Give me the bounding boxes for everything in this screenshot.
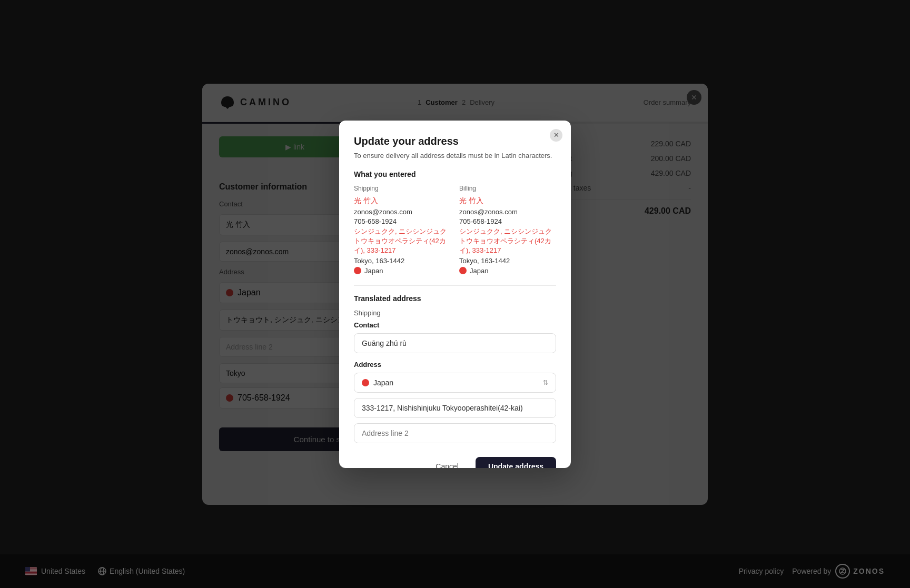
address-columns: Shipping 光 竹入 zonos@zonos.com 705-658-19… <box>354 185 556 275</box>
shipping-col-header: Shipping <box>354 185 451 192</box>
update-address-modal: ✕ Update your address To ensure delivery… <box>339 121 571 468</box>
country-select-flag <box>362 379 369 386</box>
country-select-value: Japan <box>373 378 393 387</box>
modal-overlay: ✕ Update your address To ensure delivery… <box>0 0 910 588</box>
shipping-column: Shipping 光 竹入 zonos@zonos.com 705-658-19… <box>354 185 451 275</box>
chevron-updown-icon: ⇅ <box>543 379 548 386</box>
shipping-country: Japan <box>364 267 383 275</box>
billing-city-state: Tokyo, 163-1442 <box>459 257 556 265</box>
shipping-city-state: Tokyo, 163-1442 <box>354 257 451 265</box>
billing-name: 光 竹入 <box>459 196 556 206</box>
address-line1-input[interactable] <box>354 398 556 418</box>
translated-address-heading: Translated address <box>354 294 556 303</box>
billing-address: シンジュクク, ニシシンジュクトウキョウオペラシティ(42カイ), 333-12… <box>459 227 556 255</box>
country-select-dropdown[interactable]: Japan ⇅ <box>354 373 556 393</box>
shipping-country-flag <box>354 267 361 274</box>
address-section-label: Address <box>354 361 556 368</box>
contact-section-label: Contact <box>354 321 556 329</box>
billing-col-header: Billing <box>459 185 556 192</box>
shipping-country-row: Japan <box>354 267 451 275</box>
modal-subtitle: To ensure delivery all address details m… <box>354 152 556 160</box>
country-select-wrapper: Japan ⇅ <box>354 373 556 393</box>
shipping-phone: 705-658-1924 <box>354 217 451 225</box>
billing-email: zonos@zonos.com <box>459 208 556 216</box>
what-you-entered-label: What you entered <box>354 170 556 178</box>
shipping-email: zonos@zonos.com <box>354 208 451 216</box>
section-divider <box>354 285 556 286</box>
billing-phone: 705-658-1924 <box>459 217 556 225</box>
modal-close-button[interactable]: ✕ <box>550 129 562 142</box>
modal-footer: Cancel Update address <box>354 457 556 468</box>
shipping-address: シンジュクク, ニシシンジュクトウキョウオペラシティ(42カイ), 333-12… <box>354 227 451 255</box>
billing-country-flag <box>459 267 467 274</box>
modal-title: Update your address <box>354 135 556 147</box>
update-address-button[interactable]: Update address <box>476 457 556 468</box>
address-line2-input[interactable] <box>354 423 556 443</box>
cancel-button[interactable]: Cancel <box>425 457 469 468</box>
translated-shipping-label: Shipping <box>354 309 556 317</box>
shipping-name: 光 竹入 <box>354 196 451 206</box>
billing-column: Billing 光 竹入 zonos@zonos.com 705-658-192… <box>459 185 556 275</box>
billing-country: Japan <box>470 267 488 275</box>
billing-country-row: Japan <box>459 267 556 275</box>
country-select-inner: Japan <box>362 378 393 387</box>
translated-contact-input[interactable] <box>354 333 556 353</box>
